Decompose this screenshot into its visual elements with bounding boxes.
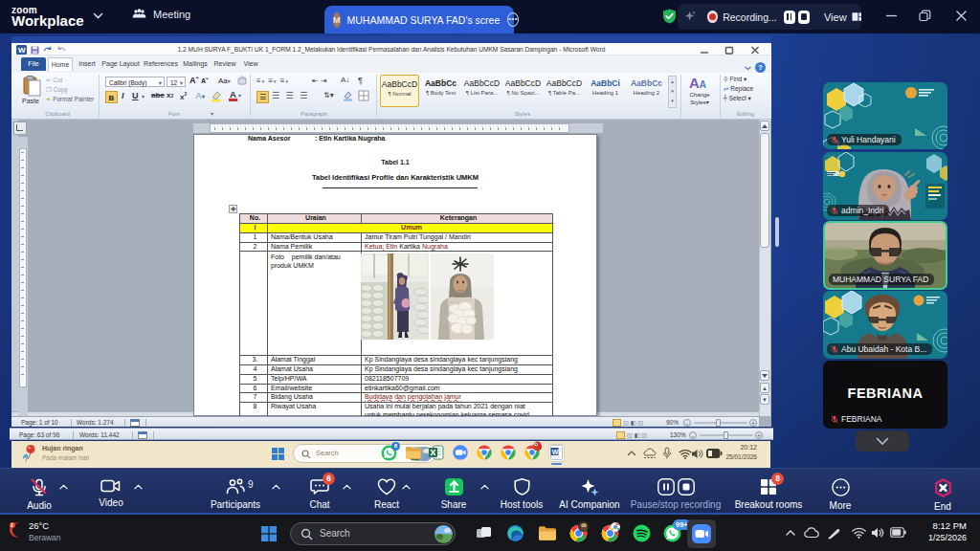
- svg-text:W: W: [552, 449, 559, 455]
- svg-text:2: 2: [11, 522, 13, 528]
